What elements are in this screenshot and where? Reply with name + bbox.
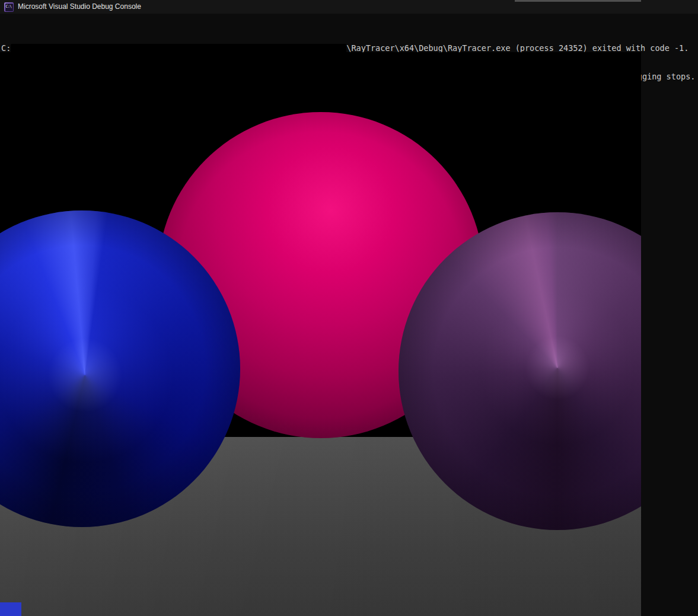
titlebar-artifact-strip — [515, 0, 641, 2]
corner-blue-square — [0, 602, 21, 616]
debug-console-window: C:\ Microsoft Visual Studio Debug Consol… — [0, 0, 698, 616]
window-title: Microsoft Visual Studio Debug Console — [18, 0, 141, 14]
raytracer-render — [0, 52, 641, 616]
console-icon: C:\ — [4, 2, 14, 12]
redacted-path-box — [11, 44, 346, 53]
console-icon-glyph: C:\ — [6, 4, 12, 9]
titlebar[interactable]: C:\ Microsoft Visual Studio Debug Consol… — [0, 0, 698, 14]
console-line-exit: C:\RayTracer\x64\Debug\RayTracer.exe (pr… — [1, 42, 698, 53]
exit-line-prefix: C: — [1, 43, 11, 53]
exit-line-suffix: \RayTracer\x64\Debug\RayTracer.exe (proc… — [346, 43, 689, 53]
